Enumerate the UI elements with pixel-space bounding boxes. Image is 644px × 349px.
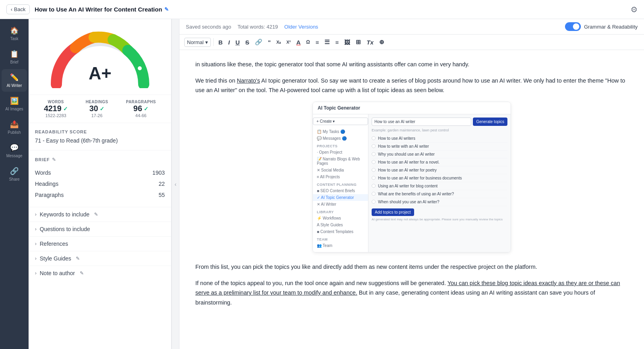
accordion-keywords[interactable]: › Keywords to include ✎: [29, 207, 171, 222]
italic-button[interactable]: I: [226, 37, 232, 47]
title-edit-icon[interactable]: ✎: [164, 6, 169, 12]
settings-button[interactable]: ⚙: [631, 5, 638, 14]
svg-text:A+: A+: [89, 64, 111, 83]
sidebar-item-message[interactable]: 💬 Message: [2, 139, 27, 162]
sidebar-item-share[interactable]: 🔗 Share: [2, 163, 27, 185]
grammar-toggle-container: Grammar & Readability: [565, 22, 638, 31]
brief-row-headings: Headings 22: [35, 178, 165, 189]
insert-button[interactable]: ⊕: [377, 37, 387, 47]
paragraph-3: From this list, you can pick the topics …: [195, 262, 628, 272]
sidebar-item-ai-writer[interactable]: ✏️ AI Writer: [2, 69, 27, 92]
page-title: How to Use An AI Writer for Content Crea…: [35, 6, 169, 13]
ss-workflows: ⚡ Workflows: [313, 215, 368, 222]
strikethrough-button[interactable]: S: [243, 37, 252, 47]
grammar-toggle[interactable]: [565, 22, 581, 31]
screenshot-body: + Create ▾ 📋 My Tasks 🔵 💬 Messages 🔵 PRO…: [313, 114, 511, 252]
ss-topic-9: When should you use an AI writer?: [372, 198, 507, 206]
ss-note-text: AI generated text may not always be appr…: [372, 218, 507, 221]
ss-topic-1: How to use AI writers: [372, 135, 507, 143]
ordered-list-button[interactable]: ≡: [313, 37, 322, 47]
subscript-button[interactable]: X₂: [274, 38, 283, 46]
main-layout: 🏠 Task 📋 Brief ✏️ AI Writer 🖼️ AI Images…: [0, 19, 644, 349]
ss-create-button: + Create ▾: [313, 118, 368, 125]
ss-narrato-blogs: 📝 Narrato Blogs & Web Pages: [313, 156, 368, 167]
chevron-right-icon-3: ›: [35, 241, 37, 247]
total-words: Total words: 4219: [237, 24, 278, 30]
ss-topic-3: Why you should use an AI writer: [372, 150, 507, 158]
left-nav: 🏠 Task 📋 Brief ✏️ AI Writer 🖼️ AI Images…: [0, 19, 29, 349]
words-check-icon: ✓: [63, 106, 68, 112]
share-icon: 🔗: [10, 167, 19, 175]
clear-format-button[interactable]: Tx: [364, 37, 376, 47]
editor-topbar: Saved seconds ago Total words: 4219 Olde…: [179, 19, 644, 35]
ss-content-templates: ■ Content Templates: [313, 228, 368, 235]
ss-add-button: Add topics to project: [372, 208, 414, 216]
stat-words: WORDS 4219 ✓ 1522-2283: [44, 100, 68, 118]
accordion-note[interactable]: › Note to author ✎: [29, 266, 171, 280]
ss-library: LIBRARY: [313, 208, 368, 215]
editor-content[interactable]: in situations like these, the topic gene…: [179, 50, 644, 349]
ss-topic-input: [372, 118, 471, 126]
ss-topic-6: How to use an AI writer for business doc…: [372, 174, 507, 182]
left-panel: A+ WORDS 4219 ✓ 1522-2283 HEADINGS 30 ✓ …: [29, 19, 172, 349]
ss-ai-writer: ✕ AI Writer: [313, 201, 368, 208]
older-versions-link[interactable]: Older Versions: [284, 24, 318, 30]
link-button[interactable]: 🔗: [253, 37, 265, 47]
blockquote-button[interactable]: ": [266, 37, 273, 47]
paragraphs-check-icon: ✓: [144, 106, 148, 112]
accordion-style-guides[interactable]: › Style Guides ✎: [29, 251, 171, 266]
sidebar-item-publish[interactable]: 📤 Publish: [2, 116, 27, 139]
ss-style-guides: A Style Guides: [313, 222, 368, 228]
sidebar-item-brief[interactable]: 📋 Brief: [2, 46, 27, 68]
paragraph-2: We tried this on Narrato's AI topic gene…: [195, 76, 628, 95]
text-color-button[interactable]: A: [294, 37, 303, 47]
underline-button[interactable]: U: [233, 37, 242, 47]
accordion-references[interactable]: › References: [29, 236, 171, 251]
grammar-toggle-label: Grammar & Readability: [584, 24, 638, 30]
ai-images-icon: 🖼️: [10, 96, 19, 105]
screenshot-sidebar: + Create ▾ 📋 My Tasks 🔵 💬 Messages 🔵 PRO…: [313, 114, 368, 252]
headings-check-icon: ✓: [100, 106, 104, 112]
ss-my-tasks: 📋 My Tasks 🔵: [313, 128, 368, 135]
chevron-right-icon-5: ›: [35, 270, 37, 276]
align-button[interactable]: ≡: [333, 37, 341, 47]
stat-paragraphs: PARAGRAPHS 96 ✓ 44-66: [126, 100, 156, 118]
ss-seo-briefs: ■ SEO Content Briefs: [313, 187, 368, 194]
brief-title: BRIEF: [35, 157, 50, 162]
readability-section: READABILITY SCORE 71 - Easy to Read (6th…: [29, 123, 171, 150]
bold-button[interactable]: B: [216, 37, 225, 47]
editor-area: Saved seconds ago Total words: 4219 Olde…: [179, 19, 644, 349]
accordion-questions[interactable]: › Questions to include: [29, 222, 171, 236]
ss-input-row: Generate topics: [372, 118, 507, 126]
sidebar-item-task[interactable]: 🏠 Task: [2, 22, 27, 45]
sidebar-item-ai-images[interactable]: 🖼️ AI Images: [2, 93, 27, 115]
note-edit-icon[interactable]: ✎: [80, 270, 84, 276]
ss-projects-section: PROJECTS: [313, 142, 368, 149]
narrato-link[interactable]: Narrato's: [237, 77, 260, 84]
ss-messages: 💬 Messages 🔵: [313, 135, 368, 142]
panel-collapse-handle[interactable]: ‹: [172, 19, 179, 349]
readability-title: READABILITY SCORE: [35, 129, 165, 134]
brief-row-paragraphs: Paragraphs 55: [35, 189, 165, 201]
keywords-edit-icon[interactable]: ✎: [94, 212, 98, 217]
table-button[interactable]: ⊞: [353, 37, 363, 47]
gauge-chart: A+: [48, 29, 152, 88]
paragraph-1: in situations like these, the topic gene…: [195, 60, 628, 69]
unordered-list-button[interactable]: ☰: [322, 37, 332, 47]
editor-toolbar: Normal ▾ B I U S 🔗 " X₂ X² A Ω ≡ ☰ ≡ 🖼 ⊞…: [179, 35, 644, 50]
superscript-button[interactable]: X²: [284, 38, 293, 46]
editor-topbar-left: Saved seconds ago Total words: 4219 Olde…: [186, 24, 318, 30]
ss-team: TEAM: [313, 235, 368, 242]
chevron-right-icon-2: ›: [35, 226, 37, 232]
style-guides-edit-icon[interactable]: ✎: [76, 256, 80, 261]
message-icon: 💬: [10, 143, 19, 152]
brief-edit-icon[interactable]: ✎: [52, 157, 56, 162]
style-select[interactable]: Normal ▾: [184, 38, 211, 47]
ss-topic-7: Using an AI writer for blog content: [372, 182, 507, 190]
ss-topic-8: What are the benefits of using an AI wri…: [372, 190, 507, 198]
back-button[interactable]: ‹ Back: [6, 4, 30, 14]
screenshot-main: Generate topics Example: garden maintena…: [368, 114, 511, 252]
ss-content-planning: CONTENT PLANNING: [313, 180, 368, 187]
image-button[interactable]: 🖼: [342, 37, 353, 47]
special-chars-button[interactable]: Ω: [304, 38, 312, 46]
